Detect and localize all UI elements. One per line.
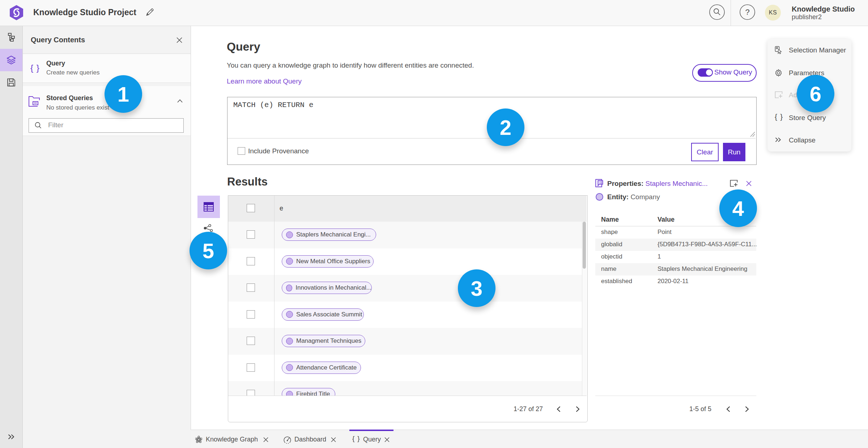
- svg-text:?: ?: [745, 8, 749, 17]
